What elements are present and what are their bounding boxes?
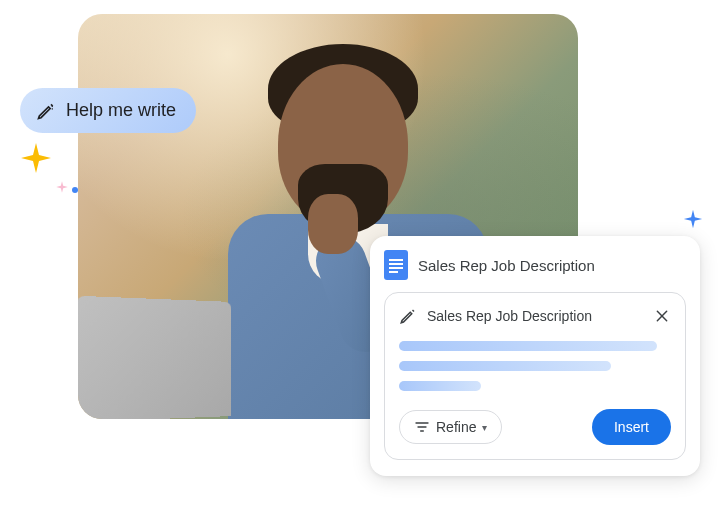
content-line xyxy=(399,381,481,391)
sparkle-pink-icon xyxy=(55,180,69,194)
content-line xyxy=(399,361,611,371)
card-header: Sales Rep Job Description xyxy=(384,250,686,280)
ai-prompt-panel: Sales Rep Job Description Refine ▾ Inser… xyxy=(384,292,686,460)
generated-content-placeholder xyxy=(399,341,671,391)
sparkle-blue-icon xyxy=(682,208,704,230)
laptop-illustration xyxy=(78,296,231,419)
prompt-input[interactable]: Sales Rep Job Description xyxy=(427,308,643,324)
dot-blue-icon xyxy=(72,187,78,193)
pencil-sparkle-icon xyxy=(36,101,56,121)
refine-button[interactable]: Refine ▾ xyxy=(399,410,502,444)
document-card: Sales Rep Job Description Sales Rep Job … xyxy=(370,236,700,476)
sparkle-orange-icon xyxy=(18,140,54,176)
prompt-row: Sales Rep Job Description xyxy=(399,307,671,325)
actions-row: Refine ▾ Insert xyxy=(399,409,671,445)
help-me-write-label: Help me write xyxy=(66,100,176,121)
filter-icon xyxy=(414,419,430,435)
insert-button[interactable]: Insert xyxy=(592,409,671,445)
refine-label: Refine xyxy=(436,419,476,435)
close-icon[interactable] xyxy=(653,307,671,325)
help-me-write-pill[interactable]: Help me write xyxy=(20,88,196,133)
chevron-down-icon: ▾ xyxy=(482,422,487,433)
card-title: Sales Rep Job Description xyxy=(418,257,595,274)
content-line xyxy=(399,341,657,351)
google-docs-icon xyxy=(384,250,408,280)
pencil-sparkle-icon xyxy=(399,307,417,325)
